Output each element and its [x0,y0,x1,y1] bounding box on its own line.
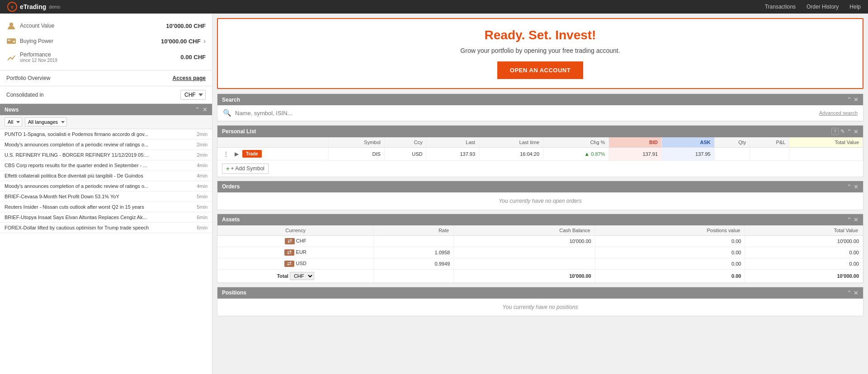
total-currency-select[interactable]: CHFEURUSD [290,272,314,280]
assets-positions-cell: 0.00 [595,235,745,247]
performance-icon [6,52,16,62]
orders-close[interactable]: ✕ [854,183,859,190]
assets-total-value: 10'000.00 [745,269,863,282]
assets-cash-cell: 10'000.00 [454,235,595,247]
news-item[interactable]: Effetti collaterali politica Bce diventa… [0,171,212,181]
expand-buying-power[interactable]: › [203,37,206,45]
performance-value: 0.00 CHF [180,54,206,61]
news-item[interactable]: BRIEF-Cevasa 9-Month Net Profit Down 53.… [0,192,212,202]
assets-currency-cell: ⇄ CHF [217,235,374,247]
row-menu[interactable]: ⋮ [221,150,231,158]
news-close[interactable]: ✕ [203,106,208,113]
promo-title: Ready. Set. Invest! [227,28,854,42]
positions-controls: ⌃ ✕ [847,290,859,296]
news-item[interactable]: Moody's announces completion of a period… [0,181,212,192]
search-icon: 🔍 [223,109,231,117]
open-account-button[interactable]: OPEN AN ACCOUNT [497,61,583,79]
assets-rate-cell: 1.0958 [374,247,454,258]
add-symbol-row: + + Add Symbol [217,161,863,177]
assets-currency-cell: ⇄ USD [217,258,374,269]
consolidated-row: Consolidated in CHF EUR USD [0,86,212,104]
consolidated-label: Consolidated in [6,92,44,98]
main-content: Ready. Set. Invest! Grow your portfolio … [212,14,868,374]
nav-transactions[interactable]: Transactions [765,4,796,10]
assets-table: Currency Rate Cash Balance Positions val… [217,225,863,283]
row-expand[interactable]: ▶ [233,151,241,157]
account-value-row: Account Value 10'000.00 CHF [6,18,206,33]
personal-list-header: Personal List ? ✎ ⌃ ✕ [217,126,863,137]
access-page-link[interactable]: Access page [173,75,206,81]
col-actions [217,137,329,148]
news-item[interactable]: CBS Corp reports results for the quarter… [0,160,212,171]
assets-rate-cell [374,235,454,247]
personal-list-table-container: Symbol Ccy Last Last time Chg % BID ASK … [217,137,863,177]
news-filter-language[interactable]: All languages [25,117,67,126]
personal-list-controls: ? ✎ ⌃ ✕ [831,128,859,135]
buying-power-value: 10'000.00 CHF [161,38,201,45]
search-minimize[interactable]: ⌃ [847,96,852,103]
news-minimize[interactable]: ⌃ [195,106,200,113]
news-title: News [5,107,19,113]
assets-row: ⇄ CHF 10'000.00 0.00 10'000.00 [217,235,863,247]
assets-row: ⇄ EUR 1.0958 0.00 0.00 [217,247,863,258]
search-close[interactable]: ✕ [854,96,859,103]
personal-list-close[interactable]: ✕ [854,128,859,135]
main-layout: Account Value 10'000.00 CHF Buying Power… [0,14,868,374]
positions-close[interactable]: ✕ [854,290,859,296]
trade-button[interactable]: Trade [242,150,262,158]
assets-total-positions: 0.00 [595,269,745,282]
account-value-label: Account Value [20,23,55,29]
news-filter-category[interactable]: All [5,117,22,126]
consolidated-currency-select[interactable]: CHF EUR USD [180,90,206,100]
news-filter-row: All All languages [0,115,212,129]
news-list: PUNTO 1-Spagna, socialisti e Podemos fir… [0,129,212,374]
add-symbol-button[interactable]: + + Add Symbol [222,164,269,174]
assets-positions-cell: 0.00 [595,247,745,258]
assets-col-total: Total Value [745,225,863,236]
orders-panel-header: Orders ⌃ ✕ [217,181,863,192]
personal-list-row: ⋮ ▶ Trade DIS USD 137.93 16:04:20 ▲ 0.87… [217,148,863,161]
news-item[interactable]: U.S. REFINERY FILING - BORGER REFINERY 1… [0,150,212,160]
nav-help[interactable]: Help [849,4,861,10]
assets-close[interactable]: ✕ [854,216,859,223]
assets-col-rate: Rate [374,225,454,236]
search-panel-title: Search [222,97,240,103]
nav-order-history[interactable]: Order History [807,4,839,10]
orders-panel: Orders ⌃ ✕ You currently have no open or… [217,181,863,210]
news-item[interactable]: BRIEF-Utopya Insaat Says Elvan Altuntas … [0,212,212,223]
search-input[interactable] [235,110,819,117]
buying-power-label: Buying Power [20,38,53,44]
news-item[interactable]: PUNTO 1-Spagna, socialisti e Podemos fir… [0,129,212,140]
news-item[interactable]: Moody's announces completion of a period… [0,140,212,150]
last-time-cell: 16:04:20 [479,148,543,161]
advanced-search-link[interactable]: Advanced search [819,110,858,116]
promo-banner: Ready. Set. Invest! Grow your portfolio … [217,18,863,89]
account-value: 10'000.00 CHF [166,23,206,29]
news-item[interactable]: Reuters Insider - Nissan cuts outlook af… [0,202,212,212]
news-item[interactable]: FOREX-Dollar lifted by cautious optimism… [0,223,212,233]
orders-minimize[interactable]: ⌃ [847,183,852,190]
personal-list-minimize[interactable]: ⌃ [847,128,852,135]
performance-row: Performance since 12 Nov 2019 0.00 CHF [6,49,206,65]
assets-row: ⇄ USD 0.9949 0.00 0.00 [217,258,863,269]
personal-list-help[interactable]: ? [831,128,839,135]
col-bid: BID [609,137,662,148]
nav-links: Transactions Order History Help [765,4,861,10]
account-icon [6,21,16,31]
chg-arrow: ▲ [584,151,590,157]
plus-icon: + [226,165,230,172]
personal-list-edit[interactable]: ✎ [840,128,845,135]
search-panel: Search ⌃ ✕ 🔍 Advanced search [217,94,863,122]
search-panel-controls: ⌃ ✕ [847,96,859,103]
col-last: Last [426,137,479,148]
search-input-row: 🔍 Advanced search [217,105,863,121]
news-section: News ⌃ ✕ All All languages PUNTO 1-Spagn… [0,104,212,374]
svg-text:⇄: ⇄ [287,261,292,266]
col-total-value: Total Value [789,137,863,148]
orders-empty: You currently have no open orders [217,192,863,210]
assets-minimize[interactable]: ⌃ [847,216,852,223]
ask-cell: 137.95 [662,148,715,161]
assets-cash-cell [454,258,595,269]
col-chg: Chg % [543,137,609,148]
positions-minimize[interactable]: ⌃ [847,290,852,296]
